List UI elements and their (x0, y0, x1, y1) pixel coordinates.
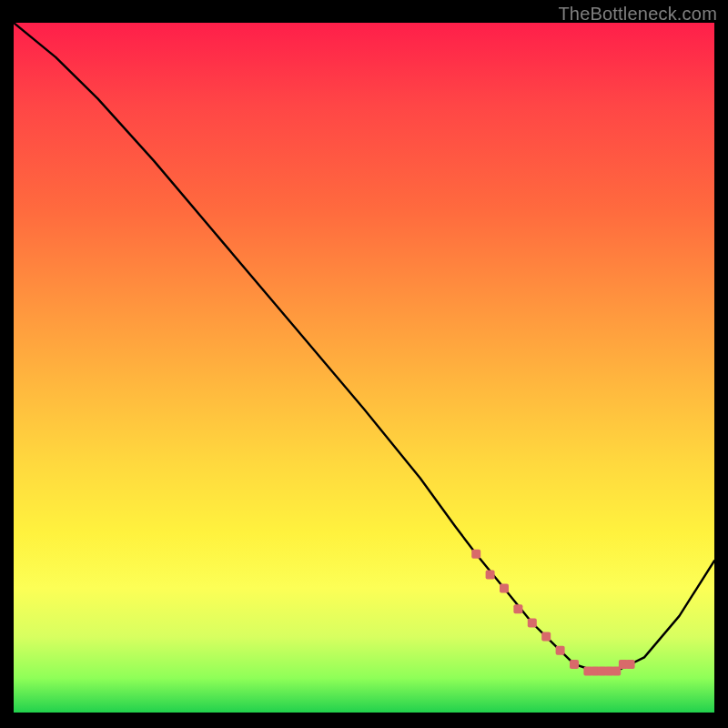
marker (513, 604, 522, 613)
watermark-text: TheBottleneck.com (558, 4, 717, 25)
optimal-range-markers (471, 550, 634, 676)
marker (471, 550, 480, 559)
marker (570, 660, 579, 669)
marker (486, 570, 495, 579)
marker (528, 619, 537, 628)
marker (541, 632, 551, 642)
chart-overlay (14, 23, 714, 713)
marker (500, 584, 509, 593)
bottleneck-curve (14, 23, 714, 672)
chart-frame: TheBottleneck.com (0, 0, 728, 728)
plot-area (14, 23, 714, 713)
marker (556, 646, 565, 655)
marker (626, 660, 635, 669)
